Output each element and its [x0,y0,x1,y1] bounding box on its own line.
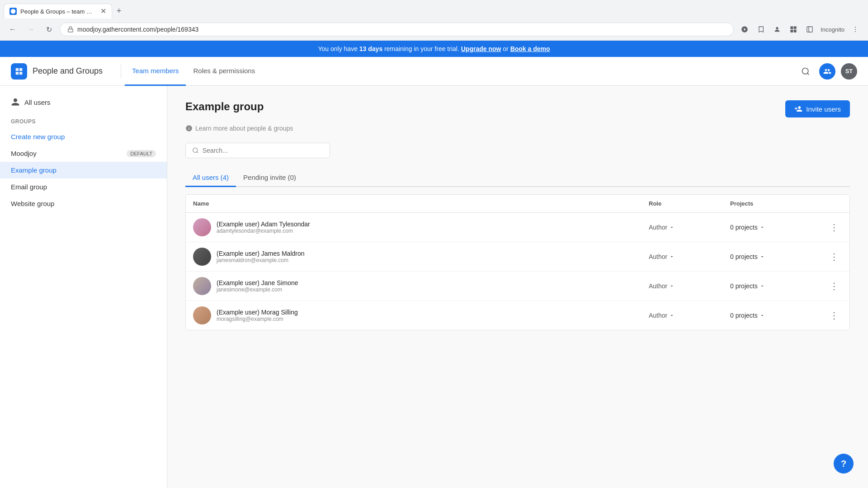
role-dropdown-adam[interactable]: Author [649,224,675,231]
invite-users-button[interactable]: Invite users [785,100,850,117]
sidebar-all-users[interactable]: All users [0,93,167,111]
actions-cell-morag: ⋮ [821,308,842,323]
menu-button[interactable] [848,22,863,37]
avatar-james [193,248,211,266]
user-info-james: (Example user) James Maldron jamesmaldro… [217,250,305,263]
app-header: People and Groups Team members Roles & p… [0,57,868,86]
actions-cell-jane: ⋮ [821,279,842,293]
role-dropdown-morag[interactable]: Author [649,312,675,319]
help-button[interactable]: ? [834,454,854,474]
book-demo-link[interactable]: Book a demo [510,45,550,52]
upgrade-link[interactable]: Upgrade now [461,45,501,52]
sidebar-item-email-group[interactable]: Email group [0,178,167,195]
tab-close-button[interactable]: ✕ [100,8,106,15]
role-cell-morag: Author [649,312,730,319]
search-icon [801,67,810,76]
user-name-james: (Example user) James Maldron [217,250,305,257]
svg-point-12 [193,148,198,152]
sidebar-item-example-group[interactable]: Example group [0,162,167,178]
info-icon [185,125,193,132]
moodjoy-default-badge: DEFAULT [127,150,156,157]
actions-cell-james: ⋮ [821,249,842,264]
table-header: Name Role Projects [186,195,849,213]
active-tab[interactable]: People & Groups – team mem… ✕ [4,4,112,19]
back-button[interactable]: ← [5,22,20,37]
chevron-down-icon [760,225,765,230]
email-group-label: Email group [11,183,47,191]
role-cell-jane: Author [649,282,730,290]
groups-icon [823,67,831,75]
extensions-button[interactable] [737,22,752,37]
user-info-morag: (Example user) Morag Silling moragsillin… [217,309,298,322]
search-box-icon [192,147,199,154]
tab-pending-invite[interactable]: Pending invite (0) [236,169,303,187]
search-input[interactable] [203,147,323,154]
lock-icon [67,26,74,33]
tab-bar: People & Groups – team mem… ✕ + [0,0,868,19]
main-layout: All users GROUPS Create new group Moodjo… [0,86,868,488]
chevron-down-icon [669,283,675,289]
reload-button[interactable]: ↻ [42,22,56,37]
example-group-label: Example group [11,166,57,174]
svg-rect-4 [794,26,797,29]
row-actions-button-jane[interactable]: ⋮ [826,279,842,293]
col-header-projects: Projects [730,200,821,207]
profile-button[interactable] [770,22,784,37]
content-header: Example group Invite users [185,100,850,117]
user-table: Name Role Projects (Example user) Adam T… [185,194,850,330]
user-email-jane: janesimone@example.com [217,286,298,293]
invite-icon [794,105,802,113]
user-name-adam: (Example user) Adam Tylesondar [217,221,310,228]
row-actions-button-adam[interactable]: ⋮ [826,220,842,235]
group-title: Example group [185,100,264,113]
role-dropdown-jane[interactable]: Author [649,282,675,290]
website-group-label: Website group [11,200,54,207]
chevron-down-icon [760,254,765,259]
sidebar-toggle-button[interactable] [802,22,817,37]
chevron-down-icon [669,225,675,230]
app-logo: People and Groups [11,63,103,80]
tab-all-users[interactable]: All users (4) [185,169,236,187]
table-row: (Example user) Jane Simone janesimone@ex… [186,272,849,301]
user-avatar[interactable]: ST [841,63,857,80]
user-name-morag: (Example user) Morag Silling [217,309,298,316]
user-cell-morag: (Example user) Morag Silling moragsillin… [193,306,649,324]
row-actions-button-morag[interactable]: ⋮ [826,308,842,323]
new-tab-button[interactable]: + [114,4,124,19]
forward-button[interactable]: → [24,22,38,37]
user-cell-jane: (Example user) Jane Simone janesimone@ex… [193,277,649,295]
groups-section-label: GROUPS [0,111,167,128]
browser-nav-actions: Incognito [737,22,863,37]
content-area: Example group Invite users Learn more ab… [167,86,868,488]
create-group-link[interactable]: Create new group [0,128,167,145]
learn-more-link[interactable]: Learn more about people & groups [185,125,850,132]
bookmark-button[interactable] [754,22,768,37]
col-header-actions [821,200,842,207]
header-groups-button[interactable] [819,63,835,80]
table-row: (Example user) James Maldron jamesmaldro… [186,242,849,272]
header-search-button[interactable] [797,63,814,80]
user-name-jane: (Example user) Jane Simone [217,279,298,286]
tab-title: People & Groups – team mem… [20,8,97,15]
all-users-label: All users [24,99,51,106]
nav-team-members[interactable]: Team members [125,57,186,86]
create-group-label[interactable]: Create new group [11,133,65,141]
extensions-panel-button[interactable] [786,22,801,37]
sidebar-item-website-group[interactable]: Website group [0,195,167,212]
url-text: moodjoy.gathercontent.com/people/169343 [77,26,726,33]
svg-rect-7 [807,27,812,32]
nav-roles-permissions[interactable]: Roles & permissions [186,57,262,86]
address-bar[interactable]: moodjoy.gathercontent.com/people/169343 [60,23,734,36]
actions-cell-adam: ⋮ [821,220,842,235]
logo-icon [11,63,27,80]
user-email-morag: moragsilling@example.com [217,316,298,322]
header-actions: ST [797,63,857,80]
projects-cell-adam: 0 projects [730,224,821,231]
sidebar-item-moodjoy[interactable]: Moodjoy DEFAULT [0,145,167,162]
chevron-down-icon [669,313,675,318]
role-dropdown-james[interactable]: Author [649,253,675,260]
row-actions-button-james[interactable]: ⋮ [826,249,842,264]
user-email-james: jamesmaldron@example.com [217,257,305,263]
svg-rect-3 [791,26,793,29]
projects-cell-jane: 0 projects [730,282,821,290]
